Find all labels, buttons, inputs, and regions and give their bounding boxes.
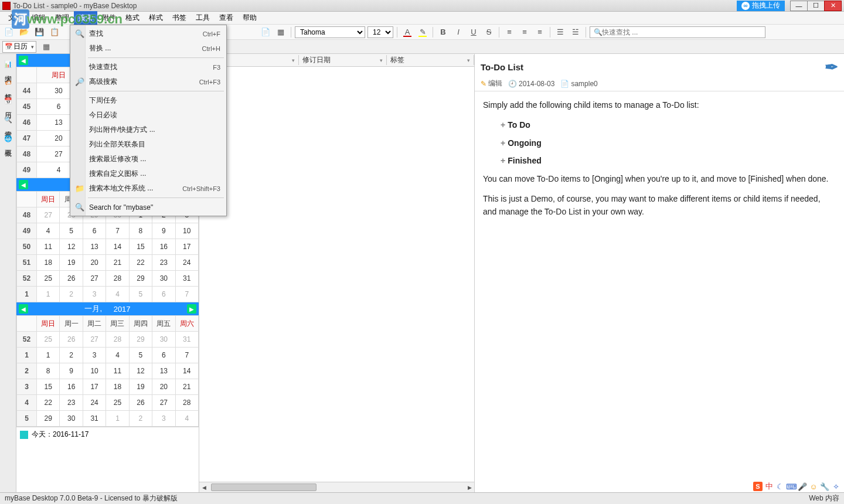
menu-item[interactable]: 列出全部关联条目 bbox=[72, 137, 225, 152]
doc-item: +To Do bbox=[483, 118, 836, 131]
edit-button[interactable]: ✎编辑 bbox=[481, 79, 502, 88]
menu-工具[interactable]: 工具 bbox=[191, 11, 215, 25]
wrench-icon[interactable]: ✧ bbox=[831, 482, 840, 491]
clock-icon: 🕘 bbox=[508, 80, 517, 88]
menu-样式[interactable]: 样式 bbox=[144, 11, 168, 25]
keyboard-icon[interactable]: ⌨ bbox=[787, 482, 796, 491]
align-center-button[interactable]: ≡ bbox=[518, 26, 531, 39]
sidebar-tab-搜索[interactable]: 🔍搜索 bbox=[0, 112, 16, 130]
mic-icon[interactable]: 🎤 bbox=[798, 482, 807, 491]
italic-button[interactable]: I bbox=[452, 26, 465, 39]
menu-item[interactable]: 下周任务 bbox=[72, 93, 225, 108]
titlebar: To-Do List - sample0 - myBase Desktop ∞ … bbox=[0, 0, 844, 12]
doc-title: To-Do List bbox=[481, 62, 523, 72]
tree-content[interactable] bbox=[199, 67, 474, 482]
doc-item: +Finished bbox=[483, 154, 836, 167]
maximize-button[interactable]: ☐ bbox=[807, 1, 825, 11]
menu-item[interactable]: 📁搜索本地文件系统 ...Ctrl+Shift+F3 bbox=[72, 181, 225, 196]
toolbar-icon[interactable]: 📂 bbox=[18, 26, 30, 39]
menu-文件[interactable]: 文件 bbox=[4, 11, 27, 25]
app-icon bbox=[2, 2, 11, 10]
prev-month-button[interactable] bbox=[19, 180, 28, 189]
doc-paragraph: Simply add the following child items to … bbox=[483, 98, 836, 111]
calendar-nav-jan: 一月, 2017 bbox=[16, 302, 199, 315]
sogou-ime-icon[interactable]: S bbox=[753, 482, 763, 491]
cloud-icon: ∞ bbox=[741, 2, 750, 10]
next-month-button[interactable] bbox=[187, 304, 196, 314]
toolbar-icon[interactable]: ▦ bbox=[274, 26, 287, 39]
doc-item: +Ongoing bbox=[483, 137, 836, 149]
menu-item[interactable]: 搜索最近修改项 ... bbox=[72, 152, 225, 166]
sidebar-tab-日历[interactable]: 📅日历 bbox=[0, 93, 16, 111]
col-date[interactable]: 修订日期 bbox=[299, 55, 387, 65]
calendar-tab-dropdown[interactable]: 📅 日历 bbox=[2, 41, 36, 53]
menu-item[interactable]: 🔍查找Ctrl+F bbox=[72, 26, 225, 41]
col-tags[interactable]: 标签 bbox=[387, 55, 474, 65]
cloud-upload-button[interactable]: ∞ 拖拽上传 bbox=[737, 1, 785, 11]
bold-button[interactable]: B bbox=[437, 26, 450, 39]
sidebar-tab-标签[interactable]: 🏷标签 bbox=[0, 75, 16, 92]
search-icon: 🔍 bbox=[594, 28, 603, 36]
quick-search[interactable]: 🔍 bbox=[590, 26, 765, 38]
doc-icon: 📄 bbox=[560, 80, 569, 88]
menu-搜索[interactable]: 搜索 bbox=[74, 11, 97, 25]
menu-item[interactable]: 搜索自定义图标 ... bbox=[72, 166, 225, 181]
today-label: 今天：2016-11-17 bbox=[32, 430, 89, 440]
sidebar-tab-概要[interactable]: 🌐概要 bbox=[0, 131, 16, 148]
menu-item[interactable]: 快速查找F3 bbox=[72, 60, 225, 74]
today-bar[interactable]: 今天：2016-11-17 bbox=[16, 427, 199, 442]
smile-icon[interactable]: ☺ bbox=[809, 482, 818, 491]
toolbar-icon[interactable]: 📄 bbox=[2, 26, 15, 39]
menu-item[interactable]: 今日必读 bbox=[72, 108, 225, 122]
list-number-button[interactable]: ☱ bbox=[569, 26, 582, 39]
close-button[interactable]: ✕ bbox=[824, 1, 842, 11]
menu-item[interactable]: 替换 ...Ctrl+H bbox=[72, 41, 225, 56]
align-left-button[interactable]: ≡ bbox=[503, 26, 516, 39]
menu-item[interactable]: 列出附件/快捷方式 ... bbox=[72, 122, 225, 137]
ime-lang-icon[interactable]: 中 bbox=[764, 482, 774, 491]
tool-icon[interactable]: 🔧 bbox=[820, 482, 829, 491]
menu-item[interactable]: 🔎高级搜索Ctrl+F3 bbox=[72, 74, 225, 89]
system-tray: S 中 ☾ ⌨ 🎤 ☺ 🔧 ✧ bbox=[753, 482, 840, 491]
toolbar-icon[interactable]: 📄 bbox=[259, 26, 272, 39]
sidebar-tab-大纲[interactable]: 📊大纲 bbox=[0, 56, 16, 74]
font-name-select[interactable]: Tahoma bbox=[295, 26, 365, 38]
prev-month-button[interactable] bbox=[19, 56, 28, 65]
calendar-january[interactable]: 周日周一周二周三周四周五周六52252627282930311123456728… bbox=[16, 315, 199, 427]
font-color-button[interactable]: A bbox=[401, 26, 414, 39]
scroll-thumb[interactable] bbox=[211, 483, 316, 491]
content-panel: To-Do List ✒ ✎编辑 🕘2014-08-03 📄sample0 Si… bbox=[475, 54, 844, 492]
scroll-left-button[interactable]: ◀ bbox=[199, 482, 209, 492]
menu-整理[interactable]: 整理 bbox=[50, 11, 74, 25]
menu-编辑[interactable]: 编辑 bbox=[27, 11, 50, 25]
menu-附件[interactable]: 附件 bbox=[97, 11, 121, 25]
toolbar-icon[interactable]: 💾 bbox=[33, 26, 46, 39]
calendar-icon: 📅 bbox=[5, 43, 13, 50]
menu-书签[interactable]: 书签 bbox=[168, 11, 191, 25]
search-input[interactable] bbox=[593, 28, 753, 36]
minimize-button[interactable]: — bbox=[790, 1, 808, 11]
menubar: 文件编辑整理搜索附件格式样式书签工具查看帮助 bbox=[0, 12, 844, 25]
moon-icon[interactable]: ☾ bbox=[775, 482, 785, 491]
highlight-color-button[interactable]: ✎ bbox=[416, 26, 429, 39]
prev-month-button[interactable] bbox=[19, 304, 28, 314]
today-marker-icon bbox=[20, 431, 28, 439]
menu-格式[interactable]: 格式 bbox=[121, 11, 144, 25]
strike-button[interactable]: S bbox=[482, 26, 495, 39]
scroll-right-button[interactable]: ▶ bbox=[465, 482, 474, 492]
tab-nav-button[interactable]: ▦ bbox=[40, 40, 53, 53]
menu-帮助[interactable]: 帮助 bbox=[238, 11, 261, 25]
list-bullet-button[interactable]: ☰ bbox=[554, 26, 567, 39]
align-right-button[interactable]: ≡ bbox=[533, 26, 546, 39]
menu-item[interactable]: 🔍Search for "mybase" bbox=[72, 200, 225, 214]
doc-paragraph: This is just a Demo, of course, you may … bbox=[483, 192, 836, 219]
underline-button[interactable]: U bbox=[467, 26, 480, 39]
horizontal-scrollbar[interactable]: ◀ ▶ bbox=[199, 482, 474, 492]
font-size-select[interactable]: 12 bbox=[367, 26, 393, 38]
toolbar-icon[interactable]: 📋 bbox=[48, 26, 61, 39]
tree-header: 目 修订日期 标签 bbox=[199, 54, 474, 67]
menu-查看[interactable]: 查看 bbox=[215, 11, 238, 25]
window-title: To-Do List - sample0 - myBase Desktop bbox=[13, 2, 737, 10]
doc-paragraph: You can move To-Do items to [Onging] whe… bbox=[483, 172, 836, 185]
doc-body: Simply add the following child items to … bbox=[475, 91, 844, 233]
